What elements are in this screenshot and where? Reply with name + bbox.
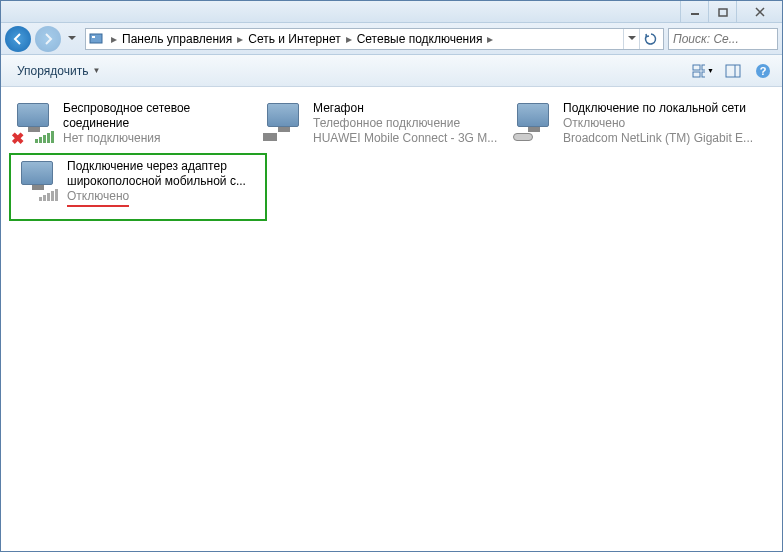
chevron-down-icon: ▼ (707, 67, 714, 74)
connection-device: Broadcom NetLink (TM) Gigabit E... (563, 131, 757, 146)
address-dropdown[interactable] (623, 29, 639, 49)
connection-status: Отключено (67, 189, 261, 207)
svg-rect-1 (719, 9, 727, 16)
svg-rect-3 (92, 36, 95, 38)
connection-text: Подключение через адаптер широкополосной… (67, 159, 261, 207)
svg-rect-4 (693, 65, 700, 70)
connection-status: Телефонное подключение (313, 116, 507, 131)
breadcrumb: ▸ Панель управления ▸ Сеть и Интернет ▸ … (108, 32, 623, 46)
connection-title: Подключение через адаптер широкополосной… (67, 159, 261, 189)
refresh-button[interactable] (639, 29, 661, 49)
view-options-button[interactable]: ▼ (692, 60, 714, 82)
chevron-right-icon[interactable]: ▸ (108, 32, 120, 46)
toolbar: Упорядочить ▼ ▼ ? (1, 55, 782, 87)
address-bar[interactable]: ▸ Панель управления ▸ Сеть и Интернет ▸ … (85, 28, 664, 50)
connection-text: Подключение по локальной сети Отключено … (563, 101, 757, 146)
connection-title: Подключение по локальной сети (563, 101, 757, 116)
wireless-disconnected-icon: ✖ (11, 101, 59, 145)
explorer-window: ▸ Панель управления ▸ Сеть и Интернет ▸ … (0, 0, 783, 552)
connection-item-ethernet[interactable]: Подключение по локальной сети Отключено … (509, 99, 759, 151)
svg-rect-2 (90, 34, 102, 43)
connection-title: Беспроводное сетевое соединение (63, 101, 257, 131)
svg-rect-7 (702, 72, 705, 77)
maximize-button[interactable] (708, 1, 736, 22)
breadcrumb-item[interactable]: Панель управления (120, 32, 234, 46)
organize-label: Упорядочить (17, 64, 88, 78)
search-box[interactable] (668, 28, 778, 50)
help-button[interactable]: ? (752, 60, 774, 82)
forward-button[interactable] (35, 26, 61, 52)
back-button[interactable] (5, 26, 31, 52)
svg-rect-6 (693, 72, 700, 77)
svg-rect-8 (726, 65, 740, 77)
breadcrumb-item[interactable]: Сеть и Интернет (246, 32, 342, 46)
toolbar-right: ▼ ? (692, 60, 774, 82)
svg-rect-5 (702, 65, 705, 70)
mobile-broadband-icon (15, 159, 63, 203)
ethernet-icon (511, 101, 559, 145)
connections-content: ✖ Беспроводное сетевое соединение Нет по… (1, 87, 782, 551)
chevron-right-icon[interactable]: ▸ (343, 32, 355, 46)
nav-history-dropdown[interactable] (65, 36, 79, 41)
organize-button[interactable]: Упорядочить ▼ (9, 61, 108, 81)
connection-text: Беспроводное сетевое соединение Нет подк… (63, 101, 257, 146)
connection-item-dialup[interactable]: Мегафон Телефонное подключение HUAWEI Mo… (259, 99, 509, 151)
nav-row: ▸ Панель управления ▸ Сеть и Интернет ▸ … (1, 23, 782, 55)
connection-item-mobile-broadband[interactable]: Подключение через адаптер широкополосной… (9, 153, 267, 221)
connection-item-wireless[interactable]: ✖ Беспроводное сетевое соединение Нет по… (9, 99, 259, 151)
search-input[interactable] (673, 32, 773, 46)
chevron-right-icon[interactable]: ▸ (234, 32, 246, 46)
connection-text: Мегафон Телефонное подключение HUAWEI Mo… (313, 101, 507, 146)
chevron-down-icon: ▼ (92, 66, 100, 75)
connection-device: HUAWEI Mobile Connect - 3G M... (313, 131, 507, 146)
close-button[interactable] (736, 1, 782, 22)
connection-status: Нет подключения (63, 131, 257, 146)
connection-status: Отключено (563, 116, 757, 131)
dialup-icon (261, 101, 309, 145)
breadcrumb-item[interactable]: Сетевые подключения (355, 32, 485, 46)
titlebar (1, 1, 782, 23)
svg-text:?: ? (760, 65, 767, 77)
chevron-right-icon[interactable]: ▸ (484, 32, 496, 46)
connection-title: Мегафон (313, 101, 507, 116)
control-panel-icon (88, 31, 104, 47)
minimize-button[interactable] (680, 1, 708, 22)
preview-pane-button[interactable] (722, 60, 744, 82)
